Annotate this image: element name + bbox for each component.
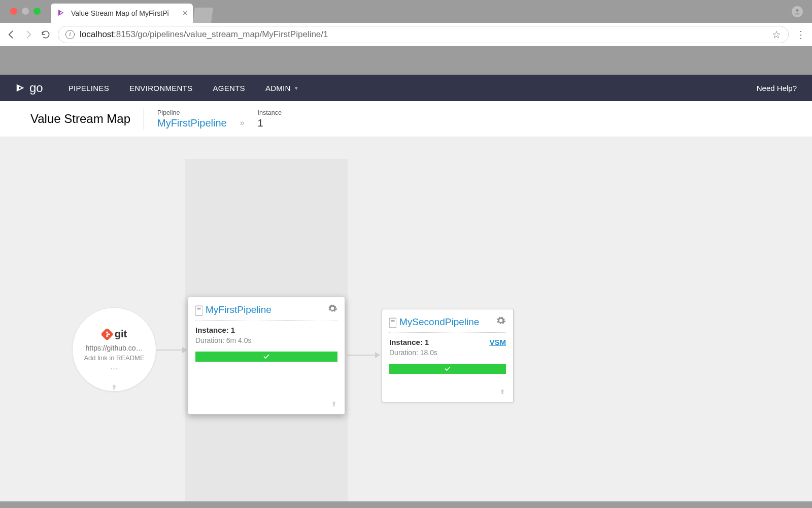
reload-button[interactable] [41, 29, 51, 40]
connector-arrow [347, 355, 380, 356]
url-text: localhost:8153/go/pipelines/value_stream… [80, 29, 328, 40]
pipeline-icon [195, 305, 202, 315]
pin-icon[interactable] [330, 400, 337, 409]
svg-rect-6 [197, 307, 200, 309]
site-info-icon[interactable]: i [65, 30, 75, 39]
crumb-instance-value: 1 [258, 117, 282, 129]
nav-pipelines[interactable]: PIPELINES [69, 84, 109, 92]
breadcrumb-chevron-icon: » [240, 118, 245, 130]
svg-rect-8 [391, 320, 394, 321]
crumb-pipeline-link[interactable]: MyFirstPipeline [157, 117, 227, 129]
address-bar[interactable]: i localhost:8153/go/pipelines/value_stre… [58, 26, 789, 43]
footer-strip [0, 502, 812, 508]
pipeline-name-link[interactable]: MySecondPipeline [399, 316, 496, 328]
minimize-window-button[interactable] [22, 8, 29, 15]
browser-tab[interactable]: Value Stream Map of MyFirstPi × [51, 4, 193, 23]
connector-arrow [156, 350, 187, 351]
forward-button[interactable] [23, 29, 33, 40]
svg-rect-5 [195, 306, 202, 315]
check-icon [444, 365, 451, 372]
vsm-canvas[interactable]: git https://github.co… Add link in READM… [0, 137, 812, 501]
instance-label: Instance: [195, 326, 229, 334]
crumb-pipeline-label: Pipeline [157, 109, 227, 116]
nav-environments[interactable]: ENVIRONMENTS [129, 84, 192, 92]
browser-menu-button[interactable]: ⋮ [796, 28, 806, 41]
bookmark-star-icon[interactable]: ☆ [772, 28, 781, 41]
window-traffic-lights[interactable] [5, 0, 46, 15]
vsm-breadcrumb-header: Value Stream Map Pipeline MyFirstPipelin… [0, 101, 812, 137]
nav-agents[interactable]: AGENTS [213, 84, 245, 92]
nav-admin[interactable]: ADMIN▼ [265, 84, 299, 92]
need-help-link[interactable]: Need Help? [757, 84, 797, 92]
gocd-logo[interactable]: go [15, 81, 43, 95]
duration-label: Duration: [195, 336, 224, 344]
vsm-link[interactable]: VSM [489, 338, 506, 346]
pipeline-name-link[interactable]: MyFirstPipeline [206, 304, 327, 315]
page-title: Value Stream Map [30, 112, 130, 126]
duration-value: 6m 4.0s [226, 336, 252, 344]
duration-value: 18.0s [420, 348, 437, 357]
duration-label: Duration: [389, 348, 418, 357]
tab-title: Value Stream Map of MyFirstPi [71, 9, 169, 17]
gocd-favicon [57, 8, 66, 19]
stage-status-bar[interactable] [195, 352, 337, 362]
chevron-down-icon: ▼ [294, 85, 299, 91]
gear-icon[interactable] [496, 315, 506, 328]
back-button[interactable] [6, 29, 16, 40]
new-tab-button[interactable] [193, 8, 213, 23]
tab-close-button[interactable]: × [182, 8, 188, 19]
pin-icon[interactable] [111, 384, 118, 392]
divider [144, 108, 144, 130]
gear-icon[interactable] [327, 303, 337, 316]
crumb-instance-label: Instance [258, 109, 282, 116]
browser-profile-icon[interactable] [792, 6, 803, 17]
instance-value: 1 [425, 338, 429, 346]
maximize-window-button[interactable] [33, 8, 41, 15]
pin-icon[interactable] [499, 388, 506, 397]
gocd-navbar: go PIPELINES ENVIRONMENTS AGENTS ADMIN▼ … [0, 75, 812, 101]
instance-label: Instance: [389, 338, 423, 346]
pipeline-icon [389, 317, 396, 327]
check-icon [263, 353, 270, 360]
stage-status-bar[interactable] [389, 364, 506, 374]
git-logo: git [101, 328, 127, 340]
ellipsis-more-icon[interactable]: … [111, 363, 118, 371]
close-window-button[interactable] [10, 8, 17, 15]
material-url: https://github.co… [86, 344, 143, 352]
pipeline-card-myfirstpipeline[interactable]: MyFirstPipeline Instance: 1 Duration: 6m… [188, 297, 345, 415]
svg-rect-7 [389, 318, 396, 328]
svg-point-0 [796, 9, 798, 12]
pipeline-card-mysecondpipeline[interactable]: MySecondPipeline Instance: 1 VSM Duratio… [382, 309, 514, 402]
material-git-node[interactable]: git https://github.co… Add link in READM… [72, 307, 156, 392]
instance-value: 1 [231, 326, 235, 334]
material-commit-message: Add link in README [84, 354, 144, 362]
